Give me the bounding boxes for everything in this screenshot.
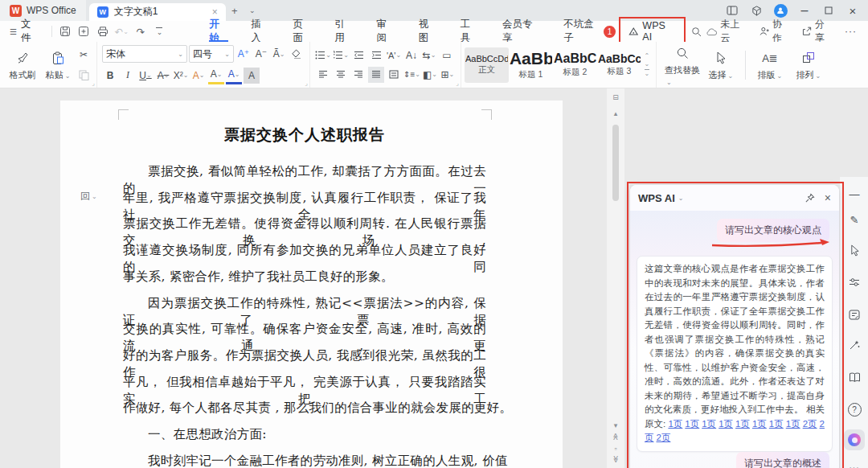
- style-normal[interactable]: AaBbCcDd 正文: [465, 47, 509, 83]
- related-page-link[interactable]: 1页: [685, 419, 699, 429]
- group-expander[interactable]: ⌟: [456, 80, 459, 87]
- align-left-button[interactable]: [315, 67, 331, 83]
- cloud-status[interactable]: 未上云: [706, 18, 748, 45]
- clear-format-icon[interactable]: [289, 46, 305, 62]
- text-effects-button[interactable]: A⌄: [190, 68, 207, 84]
- format-painter-button[interactable]: 格式刷: [5, 48, 40, 81]
- related-page-link[interactable]: 1页: [735, 419, 750, 429]
- tab-list-icon[interactable]: ⌄: [244, 6, 261, 14]
- styles-more-icon[interactable]: ⌄: [645, 69, 650, 77]
- superscript-button[interactable]: X²⌄: [173, 68, 189, 84]
- related-page-link[interactable]: 1页: [668, 419, 682, 429]
- reading-mode-icon[interactable]: [840, 367, 868, 388]
- italic-button[interactable]: I: [120, 68, 136, 84]
- select-tool-icon[interactable]: [840, 240, 868, 261]
- copy-icon[interactable]: [76, 68, 92, 84]
- split-view-icon[interactable]: [722, 2, 743, 18]
- style-heading1[interactable]: AaBb 标题 1: [509, 47, 553, 83]
- related-page-link[interactable]: 1页: [769, 419, 784, 429]
- justify-button[interactable]: [368, 67, 384, 83]
- tab-member[interactable]: 会员专享: [491, 21, 552, 42]
- magic-wand-icon[interactable]: [840, 335, 868, 355]
- font-color-button[interactable]: A⌄: [226, 66, 242, 84]
- grow-font-icon[interactable]: A⁺: [235, 46, 252, 62]
- style-heading3[interactable]: AaBbCc 标题 3: [597, 47, 641, 83]
- select-button[interactable]: 选择⌄: [703, 48, 739, 81]
- phonetic-guide-icon[interactable]: Ã⌄: [271, 46, 287, 62]
- tab-review[interactable]: 审阅: [366, 21, 407, 42]
- print-icon[interactable]: [93, 23, 113, 39]
- edit-pen-icon[interactable]: ✎: [840, 209, 868, 230]
- doc-line[interactable]: 我时刻牢记一个金融工作者的劳动准则, 树立正确的人生观, 价值: [123, 453, 486, 468]
- close-window-button[interactable]: ×: [842, 2, 863, 18]
- new-tab-button[interactable]: +: [226, 5, 244, 17]
- close-tab-icon[interactable]: ×: [212, 6, 218, 18]
- typeset-button[interactable]: A≣ 排版⌄: [752, 48, 788, 81]
- shading-button[interactable]: ◧⌄: [422, 67, 438, 83]
- tab-page[interactable]: 页面: [281, 21, 323, 42]
- increase-indent-button[interactable]: [368, 47, 384, 64]
- more-menu-icon[interactable]: ···: [845, 26, 857, 37]
- export-icon[interactable]: [75, 23, 94, 39]
- ai-title-dropdown-icon[interactable]: ⌄: [678, 195, 684, 202]
- settings-sliders-icon[interactable]: [840, 272, 868, 293]
- maximize-button[interactable]: [818, 2, 839, 18]
- doc-heading[interactable]: 一、在思想政治方面:: [123, 426, 486, 443]
- align-right-button[interactable]: [350, 67, 366, 83]
- next-page-icon[interactable]: ≪: [612, 450, 620, 468]
- styles-scroll-down-icon[interactable]: ⌄: [645, 60, 650, 68]
- comment-mark[interactable]: 回 ⌄: [80, 190, 97, 203]
- previous-page-icon[interactable]: ≪: [612, 428, 620, 445]
- bold-button[interactable]: B: [102, 68, 118, 84]
- related-page-link[interactable]: 1页: [702, 419, 716, 429]
- find-replace-button[interactable]: 查找替换⌄: [665, 43, 700, 86]
- shrink-font-icon[interactable]: A⁻: [253, 46, 269, 62]
- decrease-indent-button[interactable]: [350, 47, 366, 64]
- document-page[interactable]: 票据交换个人述职报告 票据交换, 看似简单轻松的工作, 却囊括了方方面面。在过去…: [60, 101, 563, 468]
- strikethrough-button[interactable]: A⌄: [155, 68, 171, 84]
- paste-button[interactable]: 粘贴⌄: [40, 48, 76, 81]
- styles-scroll-up-icon[interactable]: ⌃: [645, 52, 650, 60]
- tab-bukeng-box[interactable]: 不坑盒子: [552, 21, 608, 42]
- scrollbar-thumb[interactable]: [612, 125, 619, 201]
- search-icon[interactable]: [687, 23, 706, 39]
- arrange-button[interactable]: 排列⌄: [791, 48, 826, 81]
- related-page-link[interactable]: 1页: [786, 419, 800, 429]
- undo-icon[interactable]: ↶⌄: [113, 23, 132, 39]
- group-expander[interactable]: ⌟: [305, 80, 308, 87]
- font-size-select[interactable]: 四号⌄: [189, 45, 234, 63]
- customize-quick-access-icon[interactable]: ⌄: [150, 23, 170, 39]
- scroll-up-icon[interactable]: ▴: [607, 109, 624, 117]
- redo-icon[interactable]: ↷: [131, 23, 150, 39]
- doc-line[interactable]: 作做好, 每个人都各尽其责 , 那么我们的信合事业的就会发展的更好。: [123, 400, 486, 417]
- tab-reference[interactable]: 引用: [323, 21, 365, 42]
- font-name-select[interactable]: 宋体⌄: [102, 45, 187, 63]
- align-center-button[interactable]: [333, 67, 349, 83]
- vertical-scrollbar[interactable]: ⊟ ▴ ▾ ≪ ▫ ≪: [607, 88, 624, 468]
- borders-button[interactable]: ⊞⌄: [440, 67, 456, 83]
- tab-home[interactable]: 开始: [198, 21, 240, 42]
- ruler-toggle-icon[interactable]: ⊟: [607, 93, 624, 101]
- pin-icon[interactable]: [805, 193, 815, 203]
- document-title[interactable]: 票据交换个人述职报告: [123, 125, 486, 146]
- collapse-panel-icon[interactable]: —: [840, 183, 868, 204]
- wps-ai-panel-icon[interactable]: [840, 429, 868, 450]
- help-icon[interactable]: ?: [840, 399, 868, 420]
- cjk-layout-button[interactable]: ⇆⌄: [421, 47, 437, 64]
- group-expander[interactable]: ⌟: [92, 80, 95, 87]
- more-tools-icon[interactable]: ···: [840, 457, 868, 468]
- tab-view[interactable]: 视图: [407, 21, 449, 42]
- numbered-list-button[interactable]: ⌄: [333, 47, 349, 64]
- related-page-link[interactable]: 2页: [657, 433, 671, 442]
- doc-line[interactable]: 事关系, 紧密合作, 维护了我社员工良好的形象。: [123, 269, 486, 285]
- text-tools-button[interactable]: 'A'⌄: [386, 47, 402, 64]
- underline-button[interactable]: U⌄: [137, 68, 154, 84]
- file-menu[interactable]: ☰ 文件: [0, 18, 48, 45]
- tab-tools[interactable]: 工具: [449, 21, 491, 42]
- page-ruler-icon[interactable]: ▭: [439, 47, 455, 64]
- style-heading2[interactable]: AaBbC 标题 2: [553, 47, 597, 83]
- share-button[interactable]: 分享: [802, 18, 833, 45]
- collaborate-button[interactable]: 协作: [760, 18, 791, 45]
- char-shading-button[interactable]: A: [244, 68, 260, 84]
- cut-icon[interactable]: ✂: [76, 47, 92, 63]
